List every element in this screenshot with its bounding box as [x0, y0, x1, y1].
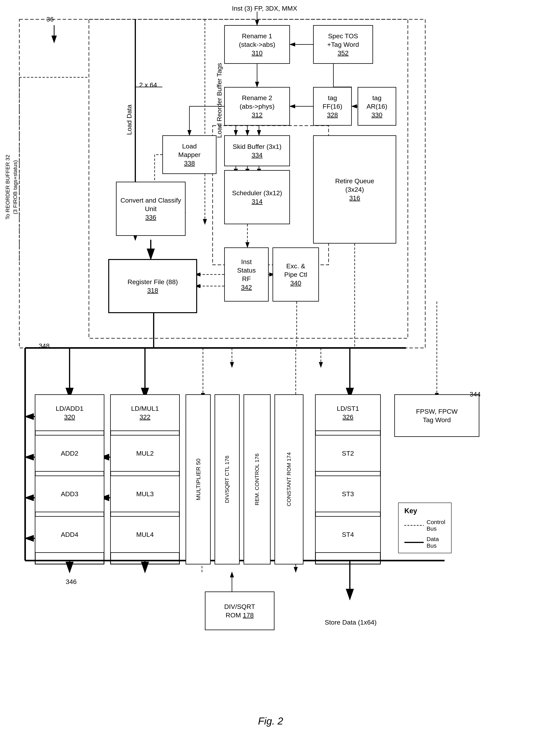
spec-tos-box: Spec TOS+Tag Word352 — [313, 25, 373, 64]
multiplier-box: MULTIPLIER 50 — [186, 394, 211, 564]
st4-box: ST4 — [315, 516, 381, 553]
add3-box: ADD3 — [35, 476, 104, 512]
key-control-bus: ControlBus — [404, 519, 445, 532]
scheduler-box: Scheduler (3x12)314 — [224, 170, 290, 224]
skid-buffer-box: Skid Buffer (3x1)334 — [224, 135, 290, 166]
mul4-box: MUL4 — [110, 516, 180, 553]
ref-348: 348 — [39, 342, 50, 350]
add2-box: ADD2 — [35, 435, 104, 472]
rename2-box: Rename 2(abs->phys)312 — [224, 87, 290, 126]
convert-classify-box: Convert and ClassifyUnit336 — [116, 182, 186, 236]
key-box: Key ControlBus DataBus — [398, 503, 452, 553]
tag-ar-box: tagAR(16)330 — [358, 87, 396, 126]
retire-queue-box: Retire Queue(3x24)316 — [313, 135, 396, 244]
constant-rom-box: CONSTANT ROM 174 — [274, 394, 303, 564]
ref-346: 346 — [66, 578, 77, 586]
fig-caption: Fig. 2 — [213, 715, 329, 727]
register-file-box: Register File (88)318 — [108, 259, 197, 313]
inst-status-box: InstStatusRF342 — [224, 247, 269, 302]
rem-control-box: REM. CONTROL 176 — [244, 394, 271, 564]
div-sqrt-rom-box: DIV/SQRTROM 178 — [205, 592, 274, 630]
key-title: Key — [404, 507, 445, 515]
rename1-box: Rename 1(stack->abs)310 — [224, 25, 290, 64]
store-data-label: Store Data (1x64) — [325, 619, 377, 626]
ld-st1-box: LD/ST1326 — [315, 394, 381, 431]
inst-fp-label: Inst (3) FP, 3DX, MMX — [232, 4, 297, 13]
mul2-box: MUL2 — [110, 435, 180, 472]
load-reorder-label: Load Reorder Buffer Tags — [216, 63, 223, 138]
ld-mul1-box: LD/MUL1322 — [110, 394, 180, 431]
fpsw-box: FPSW, FPCWTag Word — [394, 394, 479, 437]
load-mapper-box: LoadMapper338 — [162, 135, 216, 174]
load-data-label: Load Data — [125, 105, 133, 135]
st3-box: ST3 — [315, 476, 381, 512]
div-sqrt-ctl-box: DIV/SQRT CTL 176 — [215, 394, 240, 564]
key-data-bus: DataBus — [404, 536, 445, 549]
diagram: 36 Inst (3) FP, 3DX, MMX Load Data Load … — [0, 0, 547, 756]
mul3-box: MUL3 — [110, 476, 180, 512]
ld-add1-box: LD/ADD1320 — [35, 394, 104, 431]
tag-ff-box: tagFF(16)328 — [313, 87, 352, 126]
ref-36: 36 — [46, 15, 54, 23]
exc-pipe-box: Exc. &Pipe Ctl340 — [273, 247, 319, 302]
two-x-64-label: 2 x 64 — [139, 81, 157, 89]
st2-box: ST2 — [315, 435, 381, 472]
add4-box: ADD4 — [35, 516, 104, 553]
to-reorder-label: To REORDER BUFFER 32(3 FIROB tags+status… — [4, 155, 19, 220]
ref-344: 344 — [470, 390, 481, 398]
